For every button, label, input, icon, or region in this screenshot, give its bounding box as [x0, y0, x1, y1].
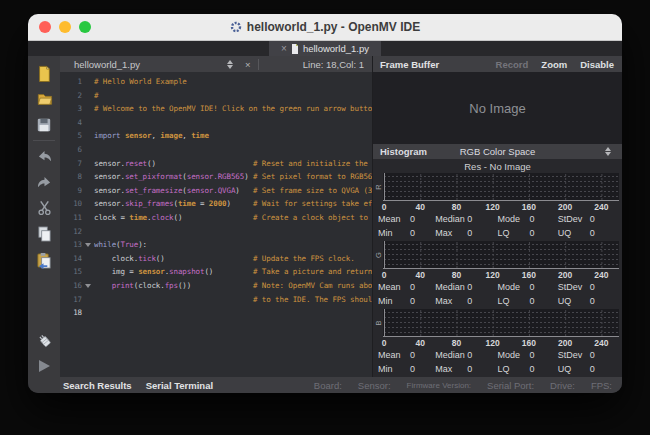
fold-gutter: [82, 293, 94, 307]
fold-gutter: [82, 143, 94, 157]
histogram-channels: R04080120160200240Mean0Median0Mode0StDev…: [373, 173, 622, 377]
code-line[interactable]: 8sensor.set_pixformat(sensor.RGB565) # S…: [60, 170, 372, 184]
left-toolbar: [28, 56, 60, 393]
color-space-updown-icon[interactable]: [605, 147, 617, 156]
fold-gutter: [82, 306, 94, 320]
code-text: [94, 225, 372, 239]
code-text: [94, 306, 372, 320]
code-line[interactable]: 9sensor.set_framesize(sensor.QVGA) # Set…: [60, 184, 372, 198]
stat-min: Min0: [378, 364, 435, 374]
code-line[interactable]: 15 img = sensor.snapshot() # Take a pict…: [60, 265, 372, 279]
line-number: 11: [60, 211, 82, 225]
toolbar-separator: [33, 140, 55, 141]
code-line[interactable]: 3# Welcome to the OpenMV IDE! Click on t…: [60, 102, 372, 116]
connect-button[interactable]: [31, 327, 57, 353]
status-field-sensor: Sensor:: [358, 380, 391, 391]
cut-button[interactable]: [31, 195, 57, 221]
redo-icon: [36, 175, 53, 190]
axis-ticks: 04080120160200240: [382, 338, 622, 348]
editor-close-icon[interactable]: ×: [238, 59, 259, 70]
status-bar: Search ResultsSerial Terminal Board:Sens…: [60, 377, 622, 393]
undo-button[interactable]: [31, 143, 57, 169]
code-text: import sensor, image, time: [94, 129, 372, 143]
code-line[interactable]: 1# Hello World Example: [60, 75, 372, 89]
stats-row-1: Mean0Median0Mode0StDev0: [373, 348, 622, 362]
code-line[interactable]: 5import sensor, image, time: [60, 129, 372, 143]
code-line[interactable]: 2#: [60, 89, 372, 103]
no-image-placeholder: No Image: [469, 101, 525, 116]
code-line[interactable]: 12: [60, 225, 372, 239]
frame-buffer-title: Frame Buffer: [373, 59, 439, 70]
redo-button[interactable]: [31, 169, 57, 195]
zoom-button[interactable]: Zoom: [541, 59, 567, 70]
code-text: sensor.set_pixformat(sensor.RGB565) # Se…: [94, 170, 372, 184]
file-combo-updown-icon[interactable]: [227, 60, 233, 69]
histogram-plot-B: B: [373, 309, 622, 338]
code-lines[interactable]: 1# Hello World Example2#3# Welcome to th…: [60, 72, 372, 377]
histogram-channel-R: R04080120160200240Mean0Median0Mode0StDev…: [373, 173, 622, 241]
frame-buffer-actions: RecordZoomDisable: [496, 59, 622, 70]
copy-icon: [37, 226, 52, 242]
save-file-button[interactable]: [31, 112, 57, 138]
open-file-button[interactable]: [31, 86, 57, 112]
code-line[interactable]: 17 # to the IDE. The FPS should increase…: [60, 293, 372, 307]
paste-button[interactable]: [31, 247, 57, 273]
stat-mean: Mean0: [378, 214, 435, 224]
status-tab-serial-terminal[interactable]: Serial Terminal: [146, 380, 213, 391]
histogram-body: Res - No Image R04080120160200240Mean0Me…: [373, 159, 622, 377]
tab-helloworld[interactable]: × helloworld_1.py: [269, 41, 381, 56]
new-file-button[interactable]: [31, 60, 57, 86]
code-editor: helloworld_1.py × Line: 18,Col: 1 1# Hel…: [60, 56, 373, 377]
tab-close-icon[interactable]: ×: [281, 43, 287, 54]
fold-gutter: [82, 157, 94, 171]
code-line[interactable]: 18: [60, 306, 372, 320]
open-file-combo[interactable]: helloworld_1.py: [60, 59, 222, 70]
close-window-button[interactable]: [39, 21, 51, 33]
axis-label: R: [365, 183, 393, 192]
stat-lq: LQ0: [498, 228, 558, 238]
code-text: clock.tick() # Update the FPS clock.: [94, 252, 372, 266]
zoom-window-button[interactable]: [79, 21, 91, 33]
line-number: 7: [60, 157, 82, 171]
new-file-icon: [36, 65, 52, 82]
stat-min: Min0: [378, 228, 435, 238]
code-line[interactable]: 7sensor.reset() # Reset and initialize t…: [60, 157, 372, 171]
line-number: 9: [60, 184, 82, 198]
histogram-header: RGB Color Space Histogram: [373, 144, 622, 159]
code-line[interactable]: 11clock = time.clock() # Create a clock …: [60, 211, 372, 225]
code-line[interactable]: 13while(True):: [60, 238, 372, 252]
axis-label: B: [365, 319, 393, 328]
fold-chevron-icon[interactable]: [82, 238, 94, 252]
code-text: sensor.reset() # Reset and initialize th…: [94, 157, 372, 171]
fold-gutter: [82, 225, 94, 239]
stats-row-2: Min0Max0LQ0UQ0: [373, 362, 622, 376]
minimize-window-button[interactable]: [59, 21, 71, 33]
code-line[interactable]: 10sensor.skip_frames(time = 2000) # Wait…: [60, 197, 372, 211]
code-line[interactable]: 16 print(clock.fps()) # Note: OpenMV Cam…: [60, 279, 372, 293]
record-button: Record: [496, 59, 529, 70]
fold-chevron-icon[interactable]: [82, 279, 94, 293]
line-number: 1: [60, 75, 82, 89]
disable-button[interactable]: Disable: [580, 59, 614, 70]
code-text: #: [94, 89, 372, 103]
status-tab-search-results[interactable]: Search Results: [63, 380, 132, 391]
code-line[interactable]: 4: [60, 116, 372, 130]
stat-min: Min0: [378, 296, 435, 306]
line-number: 16: [60, 279, 82, 293]
line-number: 8: [60, 170, 82, 184]
stats-row-2: Min0Max0LQ0UQ0: [373, 294, 622, 308]
code-text: sensor.skip_frames(time = 2000) # Wait f…: [94, 197, 372, 211]
code-line[interactable]: 14 clock.tick() # Update the FPS clock.: [60, 252, 372, 266]
code-line[interactable]: 6: [60, 143, 372, 157]
code-text: sensor.set_framesize(sensor.QVGA) # Set …: [94, 184, 372, 198]
fold-gutter: [82, 102, 94, 116]
stat-max: Max0: [435, 364, 497, 374]
fold-gutter: [82, 170, 94, 184]
start-script-button[interactable]: [31, 353, 57, 379]
stat-median: Median0: [435, 350, 497, 360]
run-play-icon: [36, 358, 52, 374]
code-text: img = sensor.snapshot() # Take a picture…: [94, 265, 372, 279]
copy-button[interactable]: [31, 221, 57, 247]
color-space-select[interactable]: RGB Color Space: [373, 146, 622, 157]
line-number: 12: [60, 225, 82, 239]
